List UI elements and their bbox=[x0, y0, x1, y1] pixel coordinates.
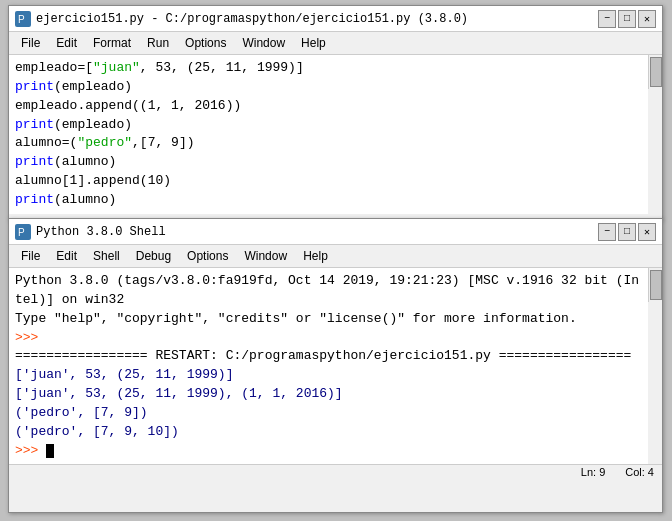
shell-line-4: >>> bbox=[15, 329, 632, 348]
shell-close-button[interactable]: ✕ bbox=[638, 223, 656, 241]
menu-window[interactable]: Window bbox=[234, 34, 293, 52]
code-line-2: print(empleado) bbox=[15, 78, 632, 97]
code-line-8: print(alumno) bbox=[15, 191, 632, 210]
close-button[interactable]: ✕ bbox=[638, 10, 656, 28]
shell-menu-debug[interactable]: Debug bbox=[128, 247, 179, 265]
editor-title-text: ejercicio151.py - C:/programaspython/eje… bbox=[36, 12, 468, 26]
code-line-3: empleado.append((1, 1, 2016)) bbox=[15, 97, 632, 116]
shell-line-8: ('pedro', [7, 9]) bbox=[15, 404, 632, 423]
maximize-button[interactable]: □ bbox=[618, 10, 636, 28]
shell-line-5: ================= RESTART: C:/programasp… bbox=[15, 347, 632, 366]
code-line-6: print(alumno) bbox=[15, 153, 632, 172]
menu-format[interactable]: Format bbox=[85, 34, 139, 52]
menu-options[interactable]: Options bbox=[177, 34, 234, 52]
shell-menu-options[interactable]: Options bbox=[179, 247, 236, 265]
svg-text:P: P bbox=[18, 14, 25, 25]
python-icon: P bbox=[15, 11, 31, 27]
editor-controls[interactable]: − □ ✕ bbox=[598, 10, 656, 28]
editor-area[interactable]: empleado=["juan", 53, (25, 11, 1999)] pr… bbox=[9, 55, 648, 214]
shell-controls[interactable]: − □ ✕ bbox=[598, 223, 656, 241]
shell-area[interactable]: Python 3.8.0 (tags/v3.8.0:fa919fd, Oct 1… bbox=[9, 268, 648, 464]
editor-scrollbar[interactable] bbox=[648, 55, 662, 89]
editor-menu-bar: File Edit Format Run Options Window Help bbox=[9, 32, 662, 55]
editor-window: P ejercicio151.py - C:/programaspython/e… bbox=[8, 5, 663, 220]
shell-menu-bar: File Edit Shell Debug Options Window Hel… bbox=[9, 245, 662, 268]
shell-title-text: Python 3.8.0 Shell bbox=[36, 225, 166, 239]
shell-scrollbar-thumb[interactable] bbox=[650, 270, 662, 300]
code-line-7: alumno[1].append(10) bbox=[15, 172, 632, 191]
shell-scrollbar[interactable] bbox=[648, 268, 662, 302]
menu-run[interactable]: Run bbox=[139, 34, 177, 52]
cursor bbox=[46, 444, 54, 458]
minimize-button[interactable]: − bbox=[598, 10, 616, 28]
shell-title-bar: P Python 3.8.0 Shell − □ ✕ bbox=[9, 219, 662, 245]
shell-minimize-button[interactable]: − bbox=[598, 223, 616, 241]
shell-menu-file[interactable]: File bbox=[13, 247, 48, 265]
menu-file[interactable]: File bbox=[13, 34, 48, 52]
editor-title-bar: P ejercicio151.py - C:/programaspython/e… bbox=[9, 6, 662, 32]
shell-line-1: Python 3.8.0 (tags/v3.8.0:fa919fd, Oct 1… bbox=[15, 272, 632, 291]
shell-line-3: Type "help", "copyright", "credits" or "… bbox=[15, 310, 632, 329]
status-ln: Ln: 9 bbox=[581, 466, 605, 478]
code-line-4: print(empleado) bbox=[15, 116, 632, 135]
status-col: Col: 4 bbox=[625, 466, 654, 478]
shell-menu-window[interactable]: Window bbox=[236, 247, 295, 265]
shell-line-7: ['juan', 53, (25, 11, 1999), (1, 1, 2016… bbox=[15, 385, 632, 404]
shell-line-9: ('pedro', [7, 9, 10]) bbox=[15, 423, 632, 442]
shell-python-icon: P bbox=[15, 224, 31, 240]
shell-window: P Python 3.8.0 Shell − □ ✕ File Edit She… bbox=[8, 218, 663, 513]
shell-prompt-line[interactable]: >>> bbox=[15, 442, 632, 461]
shell-title-left: P Python 3.8.0 Shell bbox=[15, 224, 166, 240]
editor-title-left: P ejercicio151.py - C:/programaspython/e… bbox=[15, 11, 468, 27]
shell-menu-help[interactable]: Help bbox=[295, 247, 336, 265]
code-line-5: alumno=("pedro",[7, 9]) bbox=[15, 134, 632, 153]
shell-line-6: ['juan', 53, (25, 11, 1999)] bbox=[15, 366, 632, 385]
status-bar: Ln: 9 Col: 4 bbox=[9, 464, 662, 479]
shell-menu-shell[interactable]: Shell bbox=[85, 247, 128, 265]
shell-menu-edit[interactable]: Edit bbox=[48, 247, 85, 265]
svg-text:P: P bbox=[18, 227, 25, 238]
shell-maximize-button[interactable]: □ bbox=[618, 223, 636, 241]
code-line-1: empleado=["juan", 53, (25, 11, 1999)] bbox=[15, 59, 632, 78]
menu-help[interactable]: Help bbox=[293, 34, 334, 52]
shell-line-2: tel)] on win32 bbox=[15, 291, 632, 310]
menu-edit[interactable]: Edit bbox=[48, 34, 85, 52]
scrollbar-thumb[interactable] bbox=[650, 57, 662, 87]
